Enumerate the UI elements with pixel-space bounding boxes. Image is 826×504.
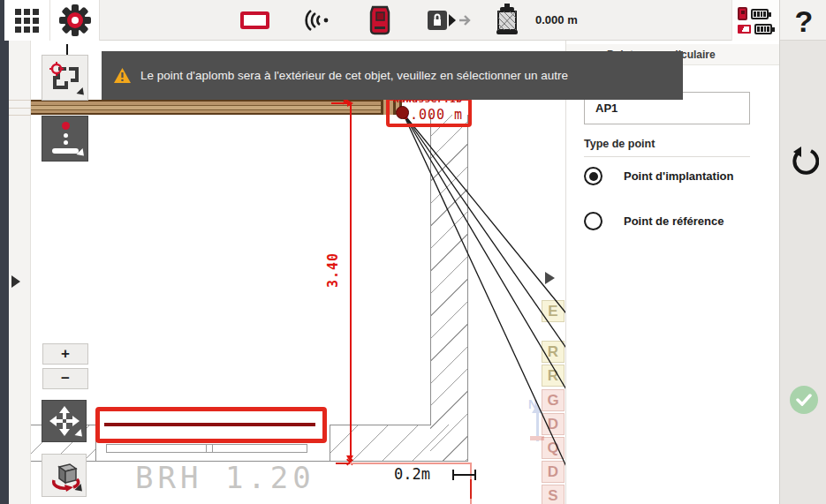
battery-status-panel [731,0,779,41]
radio-unselected-icon[interactable] [584,212,602,230]
radio-reference-row[interactable]: Point de référence [584,212,724,230]
plumb-point-marker[interactable] [396,106,409,119]
radio-selected-icon[interactable] [584,167,602,185]
radio-reference-label: Point de référence [624,214,724,228]
checkmark-icon [796,394,812,406]
main-toolbar: 0.000 m ? [0,0,826,41]
warning-icon [114,68,131,83]
warning-banner: Le point d'aplomb sera à l'extérieur de … [102,51,683,100]
sound-waves-icon [304,9,330,32]
measurement-readout: 0.000 m [535,0,578,41]
rotate-view-icon[interactable] [791,147,819,177]
plumb-point-tool-button[interactable] [42,116,88,162]
right-action-bar [779,41,826,504]
zoom-in-button[interactable]: + [42,343,88,365]
controller-device-icon [368,5,392,35]
zoom-out-button[interactable]: − [42,368,88,389]
left-collapsed-panel [9,41,31,504]
zoom-in-label: + [61,345,70,363]
rectangle-icon [240,11,269,29]
signal-button[interactable] [302,0,332,41]
zoom-out-label: − [61,370,70,387]
lock-target-button[interactable] [426,0,472,41]
tool-status-icon [738,25,751,34]
pan-tool-button[interactable] [42,400,87,442]
radio-implantation-label: Point d'implantation [624,169,733,183]
prism-target-icon [491,4,523,37]
divider [584,156,750,157]
point-type-section-label: Type de point [584,138,655,150]
divider [779,0,780,41]
select-object-tool-button[interactable] [42,55,88,101]
controller-status-icon [738,7,747,20]
gear-icon [57,3,93,38]
app-menu-button[interactable] [4,0,50,41]
prism-button[interactable] [489,0,525,41]
warning-text: Le point d'aplomb sera à l'extérieur de … [140,69,568,82]
confirm-button-disabled[interactable] [790,386,818,414]
help-button[interactable]: ? [784,0,823,41]
settings-button[interactable] [50,0,100,41]
radio-implantation-row[interactable]: Point d'implantation [584,167,733,185]
tool-battery-icon [754,24,772,34]
plumb-point-icon [52,122,79,155]
edge-selection-box[interactable] [95,407,327,443]
cad-canvas[interactable]: 3.40 0.2m BRH 1.20 E R R G D Q D S N [31,41,565,504]
controller-button[interactable] [366,0,394,41]
grid-menu-icon [15,9,39,33]
select-object-icon [48,60,83,95]
rotate-3d-tool-button[interactable] [42,454,87,497]
controller-battery-icon [751,9,769,19]
app-window: 3.40 0.2m BRH 1.20 E R R G D Q D S N [0,0,826,504]
lock-camera-icon [427,7,471,34]
left-panel-expand-arrow[interactable] [11,275,20,288]
layout-mode-button[interactable] [239,0,270,41]
left-edge-bar [0,41,9,504]
point-properties-panel: Point perpendiculaire Type de point Poin… [565,41,779,504]
